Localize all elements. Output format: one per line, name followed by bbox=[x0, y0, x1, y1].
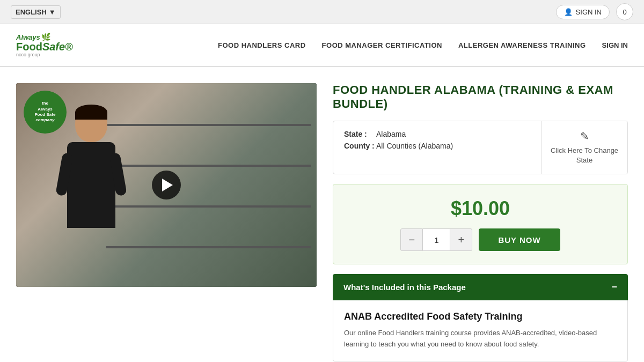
leaf-icon: 🌿 bbox=[41, 33, 50, 41]
logo-food: Food bbox=[16, 41, 42, 52]
price-amount: $10.00 bbox=[344, 197, 617, 220]
person-figure bbox=[48, 105, 134, 265]
quantity-increase-button[interactable]: + bbox=[450, 228, 472, 251]
nav-food-manager-cert[interactable]: FOOD MANAGER CERTIFICATION bbox=[322, 41, 442, 49]
logo-image: Always 🌿 Food Safe® ncco group bbox=[16, 33, 73, 57]
cart-button[interactable]: 0 bbox=[616, 3, 633, 20]
person-arm-right bbox=[109, 152, 127, 196]
buy-controls: − 1 + BUY NOW bbox=[344, 228, 617, 251]
logo-always: Always bbox=[16, 33, 40, 41]
play-button[interactable] bbox=[152, 171, 181, 200]
change-state-button[interactable]: ✎ Click Here To Change State bbox=[541, 121, 627, 174]
county-label: County : bbox=[344, 142, 376, 150]
person-head bbox=[75, 105, 107, 142]
top-bar-right: 👤 SIGN IN 0 bbox=[556, 3, 633, 20]
shelf-1 bbox=[106, 124, 311, 126]
logo: Always 🌿 Food Safe® ncco group bbox=[16, 33, 73, 57]
language-label: ENGLISH bbox=[16, 8, 47, 16]
buy-now-button[interactable]: BUY NOW bbox=[479, 228, 560, 251]
sign-in-top-label: SIGN IN bbox=[576, 8, 602, 16]
logo-safe: Safe® bbox=[42, 41, 73, 52]
video-logo-text: theAlwaysFood Safecompany bbox=[35, 101, 56, 123]
package-content: ANAB Accredited Food Safety Training Our… bbox=[333, 300, 628, 361]
feature-description: Our online Food Handlers training course… bbox=[344, 328, 617, 350]
user-icon: 👤 bbox=[564, 8, 573, 16]
state-label: State : bbox=[344, 130, 376, 138]
shelf-2 bbox=[106, 165, 311, 167]
shelf-3 bbox=[106, 205, 311, 208]
state-county-box: State : Alabama County : All Counties (A… bbox=[333, 121, 628, 174]
product-title: FOOD HANDLER ALABAMA (TRAINING & EXAM BU… bbox=[333, 83, 628, 111]
nav-allergen-training[interactable]: ALLERGEN AWARENESS TRAINING bbox=[458, 41, 586, 49]
price-box: $10.00 − 1 + BUY NOW bbox=[333, 184, 628, 264]
package-header-label: What's Included in this Package bbox=[343, 283, 466, 292]
nav-food-handlers-card[interactable]: FOOD HANDLERS CARD bbox=[218, 41, 306, 49]
quantity-display: 1 bbox=[423, 228, 450, 251]
person-body bbox=[67, 142, 115, 228]
main-content: theAlwaysFood Safecompany FOOD HANDLER A… bbox=[0, 67, 644, 362]
video-placeholder: theAlwaysFood Safecompany bbox=[16, 83, 317, 287]
product-info: FOOD HANDLER ALABAMA (TRAINING & EXAM BU… bbox=[333, 83, 628, 361]
header: Always 🌿 Food Safe® ncco group FOOD HAND… bbox=[0, 24, 644, 67]
product-video[interactable]: theAlwaysFood Safecompany bbox=[16, 83, 317, 287]
package-header[interactable]: What's Included in this Package − bbox=[333, 274, 628, 300]
chevron-down-icon: ▼ bbox=[49, 8, 56, 16]
shelf-4 bbox=[106, 246, 311, 248]
edit-icon: ✎ bbox=[580, 130, 589, 143]
main-nav: FOOD HANDLERS CARD FOOD MANAGER CERTIFIC… bbox=[218, 40, 628, 50]
video-logo-overlay: theAlwaysFood Safecompany bbox=[24, 91, 67, 134]
logo-ncco: ncco group bbox=[16, 52, 40, 57]
nav-sign-in[interactable]: SIGN IN bbox=[602, 41, 628, 49]
state-value: Alabama bbox=[376, 130, 406, 138]
state-county-info: State : Alabama County : All Counties (A… bbox=[333, 121, 541, 174]
county-value: All Counties (Alabama) bbox=[376, 142, 453, 150]
cart-count: 0 bbox=[623, 8, 626, 16]
package-section: What's Included in this Package − ANAB A… bbox=[333, 274, 628, 361]
person-arm-left bbox=[55, 152, 74, 196]
collapse-icon: − bbox=[611, 282, 617, 293]
play-icon bbox=[162, 179, 173, 191]
language-selector[interactable]: ENGLISH ▼ bbox=[11, 5, 61, 19]
person-hair bbox=[75, 105, 107, 120]
sign-in-top-button[interactable]: 👤 SIGN IN bbox=[556, 5, 610, 19]
top-bar: ENGLISH ▼ 👤 SIGN IN 0 bbox=[0, 0, 644, 24]
quantity-decrease-button[interactable]: − bbox=[400, 228, 423, 251]
county-row: County : All Counties (Alabama) bbox=[344, 142, 530, 150]
state-row: State : Alabama bbox=[344, 130, 530, 138]
change-state-text: Click Here To Change State bbox=[550, 146, 619, 165]
feature-title: ANAB Accredited Food Safety Training bbox=[344, 311, 617, 322]
